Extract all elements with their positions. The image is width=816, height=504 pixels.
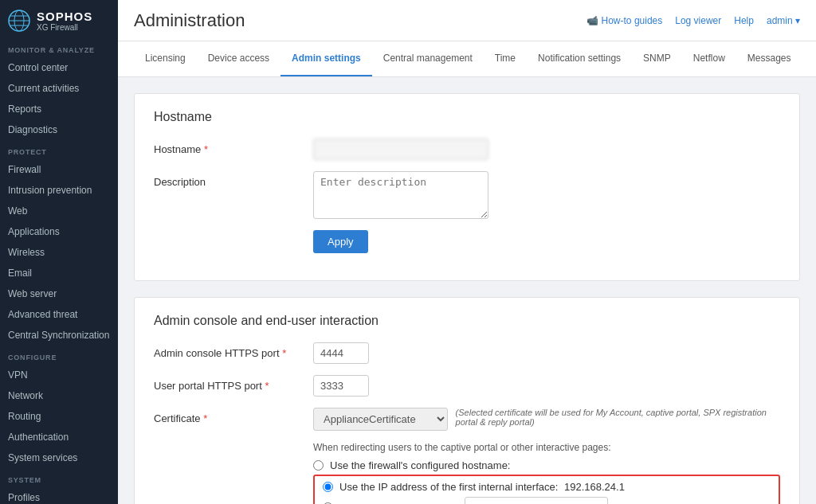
sidebar-item-applications[interactable]: Applications — [0, 221, 118, 242]
sidebar-section-monitor: MONITOR & ANALYZE Control center Current… — [0, 38, 118, 140]
radio-ip-label: Use the IP address of the first internal… — [339, 481, 625, 493]
sidebar-section-protect: PROTECT Firewall Intrusion prevention We… — [0, 140, 118, 346]
sidebar-item-wireless[interactable]: Wireless — [0, 242, 118, 263]
section-label-monitor: MONITOR & ANALYZE — [0, 38, 118, 57]
tab-snmp[interactable]: SNMP — [632, 41, 682, 76]
sidebar-item-central-sync[interactable]: Central Synchronization — [0, 325, 118, 346]
sidebar-item-web-server[interactable]: Web server — [0, 283, 118, 304]
user-portal-row: User portal HTTPS port * — [154, 375, 780, 397]
admin-menu[interactable]: admin ▾ — [767, 15, 800, 26]
tab-notification-settings[interactable]: Notification settings — [527, 41, 632, 76]
sidebar-item-firewall[interactable]: Firewall — [0, 159, 118, 180]
sidebar-item-reports[interactable]: Reports — [0, 99, 118, 119]
sophos-globe-icon — [8, 10, 30, 32]
certificate-note: (Selected certificate will be used for M… — [456, 408, 780, 427]
topbar-actions: 📹 How-to guides Log viewer Help admin ▾ — [586, 15, 800, 26]
admin-https-required: * — [282, 347, 286, 359]
section-label-configure: CONFIGURE — [0, 346, 118, 365]
page-title: Administration — [134, 10, 245, 31]
log-viewer-link[interactable]: Log viewer — [675, 15, 721, 26]
hostname-apply-button[interactable]: Apply — [313, 230, 368, 253]
hostname-card: Hostname Hostname * Description — [134, 93, 800, 281]
tab-time[interactable]: Time — [484, 41, 527, 76]
admin-https-label: Admin console HTTPS port * — [154, 342, 313, 359]
certificate-required: * — [203, 412, 207, 424]
topbar: Administration 📹 How-to guides Log viewe… — [118, 0, 816, 41]
help-link[interactable]: Help — [734, 15, 754, 26]
user-portal-label: User portal HTTPS port * — [154, 375, 313, 392]
section-label-protect: PROTECT — [0, 140, 118, 159]
highlighted-radio-section: Use the IP address of the first internal… — [313, 475, 780, 504]
section-label-system: SYSTEM — [0, 468, 118, 487]
tab-central-management[interactable]: Central management — [372, 41, 484, 76]
brand-name: SOPHOS — [37, 10, 92, 23]
tab-messages[interactable]: Messages — [736, 41, 802, 76]
sidebar-item-profiles[interactable]: Profiles — [0, 487, 118, 504]
certificate-label: Certificate * — [154, 408, 313, 424]
sidebar-item-authentication[interactable]: Authentication — [0, 427, 118, 447]
hostname-input[interactable] — [313, 139, 488, 160]
sidebar-item-diagnostics[interactable]: Diagnostics — [0, 119, 118, 140]
sidebar-section-configure: CONFIGURE VPN Network Routing Authentica… — [0, 346, 118, 468]
hostname-required: * — [204, 143, 208, 155]
sidebar-item-web[interactable]: Web — [0, 201, 118, 221]
description-label: Description — [154, 171, 313, 188]
admin-https-input[interactable] — [313, 342, 369, 364]
sidebar-item-current-activities[interactable]: Current activities — [0, 78, 118, 99]
hostname-section-title: Hostname — [154, 110, 780, 124]
sidebar-item-vpn[interactable]: VPN — [0, 365, 118, 385]
different-hostname-input[interactable] — [465, 497, 608, 504]
radio-use-ip[interactable] — [323, 482, 333, 492]
ip-value: 192.168.24.1 — [564, 481, 625, 493]
description-row: Description — [154, 171, 780, 219]
hostname-label: Hostname * — [154, 139, 313, 155]
admin-https-row: Admin console HTTPS port * — [154, 342, 780, 364]
user-portal-required: * — [265, 380, 269, 392]
hostname-apply-row: Apply — [154, 230, 780, 253]
content-area: Hostname Hostname * Description — [118, 77, 816, 504]
admin-console-title: Admin console and end-user interaction — [154, 314, 780, 328]
user-portal-input[interactable] — [313, 375, 369, 397]
sidebar-item-system-services[interactable]: System services — [0, 447, 118, 468]
sidebar-item-control-center[interactable]: Control center — [0, 57, 118, 78]
sidebar-item-routing[interactable]: Routing — [0, 406, 118, 427]
radio-use-hostname[interactable] — [313, 460, 324, 471]
redirect-spacer — [154, 445, 313, 450]
sidebar-item-advanced-threat[interactable]: Advanced threat — [0, 304, 118, 325]
sidebar-section-system: SYSTEM Profiles Hosts and services Admin… — [0, 468, 118, 504]
certificate-row: Certificate * ApplianceCertificate (Sele… — [154, 408, 780, 431]
video-icon: 📹 — [586, 15, 598, 26]
tab-licensing[interactable]: Licensing — [134, 41, 197, 76]
hostname-row: Hostname * — [154, 139, 780, 160]
logo: SOPHOS XG Firewall — [0, 0, 118, 38]
tab-netflow[interactable]: Netflow — [682, 41, 736, 76]
redirect-caption: When redirecting users to the captive po… — [313, 442, 611, 453]
radio-row-different: Use a different hostname: — [323, 497, 771, 504]
radio-row-hostname: Use the firewall's configured hostname: — [154, 459, 780, 471]
radio-row-ip: Use the IP address of the first internal… — [323, 481, 771, 493]
tab-admin-settings[interactable]: Admin settings — [280, 41, 372, 76]
sidebar-item-intrusion-prevention[interactable]: Intrusion prevention — [0, 180, 118, 201]
redirect-caption-row: When redirecting users to the captive po… — [154, 442, 780, 453]
tab-device-access[interactable]: Device access — [197, 41, 280, 76]
main-content: Administration 📹 How-to guides Log viewe… — [118, 0, 816, 504]
radio-hostname-label: Use the firewall's configured hostname: — [330, 459, 510, 471]
sidebar: SOPHOS XG Firewall MONITOR & ANALYZE Con… — [0, 0, 118, 504]
admin-console-card: Admin console and end-user interaction A… — [134, 297, 800, 504]
brand-subtitle: XG Firewall — [37, 23, 92, 32]
description-input[interactable] — [313, 171, 488, 219]
sidebar-item-email[interactable]: Email — [0, 263, 118, 283]
sidebar-item-network[interactable]: Network — [0, 385, 118, 406]
certificate-select[interactable]: ApplianceCertificate — [313, 408, 448, 431]
tab-bar: Licensing Device access Admin settings C… — [118, 41, 816, 77]
how-to-guides-link[interactable]: 📹 How-to guides — [586, 15, 662, 26]
